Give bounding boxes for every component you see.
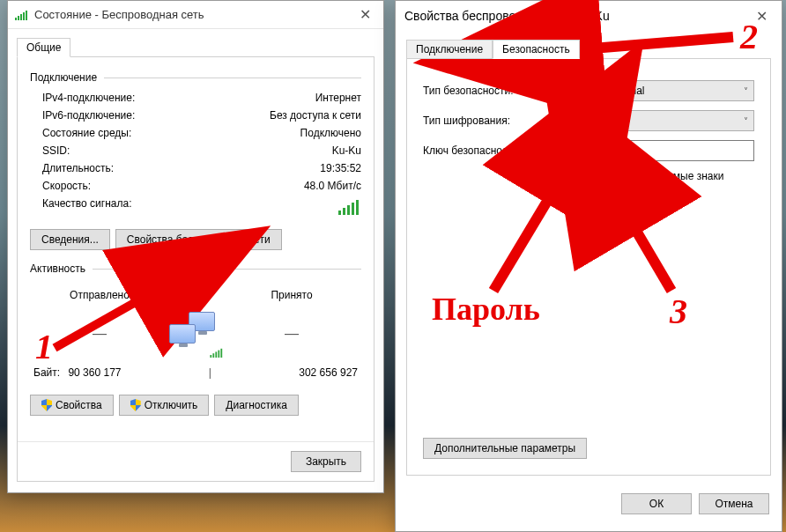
show-characters-row[interactable]: Отображать вводимые знаки bbox=[564, 170, 754, 182]
status-titlebar: Состояние - Беспроводная сеть ✕ bbox=[8, 1, 383, 29]
properties-window: Свойства беспроводной сети Ku-Ku ✕ Подкл… bbox=[395, 0, 782, 532]
show-characters-checkbox[interactable] bbox=[564, 170, 576, 182]
ipv4-value: Интернет bbox=[315, 92, 361, 104]
media-state-value: Подключено bbox=[300, 127, 361, 139]
network-activity-icon bbox=[169, 312, 222, 356]
ipv4-label: IPv4-подключение: bbox=[30, 92, 135, 104]
show-characters-label: Отображать вводимые знаки bbox=[582, 170, 723, 182]
bytes-sent-value: 90 360 177 bbox=[68, 366, 121, 379]
shield-icon bbox=[130, 399, 141, 411]
advanced-settings-button[interactable]: Дополнительные параметры bbox=[423, 438, 587, 459]
ipv6-label: IPv6-подключение: bbox=[30, 109, 135, 122]
properties-footer: ОК Отмена bbox=[396, 484, 782, 523]
close-icon[interactable]: ✕ bbox=[751, 6, 773, 26]
ipv6-value: Без доступа к сети bbox=[270, 109, 361, 122]
dash-recv: — bbox=[222, 326, 361, 342]
encryption-type-select[interactable]: AES ˅ bbox=[564, 110, 754, 131]
tab-general[interactable]: Общие bbox=[17, 38, 70, 57]
security-key-input[interactable]: 88881540 bbox=[564, 140, 754, 161]
security-key-value: 88881540 bbox=[570, 144, 617, 157]
connection-group-header: Подключение bbox=[30, 71, 361, 84]
signal-bars-icon bbox=[338, 197, 361, 215]
duration-label: Длительность: bbox=[30, 162, 114, 174]
ssid-label: SSID: bbox=[30, 144, 70, 157]
speed-value: 48.0 Мбит/с bbox=[304, 180, 361, 192]
properties-titlebar: Свойства беспроводной сети Ku-Ku ✕ bbox=[396, 1, 782, 31]
security-type-value: WPA2-Personal bbox=[570, 85, 644, 97]
status-tabs: Общие bbox=[17, 38, 374, 57]
bytes-label: Байт: bbox=[33, 366, 60, 379]
security-type-label: Тип безопасности: bbox=[423, 85, 564, 97]
security-tab-panel: Тип безопасности: WPA2-Personal ˅ Тип ши… bbox=[406, 58, 771, 476]
sent-label: Отправлено bbox=[30, 289, 169, 301]
signal-quality-value bbox=[338, 197, 361, 218]
security-key-label: Ключ безопасности сети bbox=[423, 144, 564, 157]
properties-window-title: Свойства беспроводной сети Ku-Ku bbox=[404, 9, 751, 23]
ssid-value: Ku-Ku bbox=[332, 144, 361, 157]
status-tab-panel: Подключение IPv4-подключение:Интернет IP… bbox=[17, 56, 374, 482]
signal-quality-label: Качество сигнала: bbox=[30, 197, 131, 218]
close-icon[interactable]: ✕ bbox=[354, 4, 376, 25]
properties-button-label: Свойства bbox=[56, 399, 102, 411]
duration-value: 19:35:52 bbox=[320, 162, 361, 174]
properties-button[interactable]: Свойства bbox=[30, 395, 114, 416]
tab-security[interactable]: Безопасность bbox=[493, 40, 580, 59]
chevron-down-icon: ˅ bbox=[744, 116, 748, 126]
encryption-type-value: AES bbox=[570, 115, 591, 127]
ok-button[interactable]: ОК bbox=[621, 493, 692, 514]
status-window-title: Состояние - Беспроводная сеть bbox=[34, 8, 354, 21]
status-window: Состояние - Беспроводная сеть ✕ Общие По… bbox=[7, 0, 384, 493]
cancel-button[interactable]: Отмена bbox=[699, 493, 769, 514]
speed-label: Скорость: bbox=[30, 180, 91, 192]
chevron-down-icon: ˅ bbox=[744, 86, 748, 96]
details-button[interactable]: Сведения... bbox=[30, 229, 110, 250]
activity-group-label: Активность bbox=[30, 262, 85, 275]
disable-button[interactable]: Отключить bbox=[119, 395, 210, 416]
tab-connection[interactable]: Подключение bbox=[406, 40, 493, 59]
activity-group-header: Активность bbox=[30, 262, 361, 275]
security-type-select[interactable]: WPA2-Personal ˅ bbox=[564, 80, 754, 101]
dash-sent: — bbox=[30, 326, 169, 342]
properties-tabs: Подключение Безопасность bbox=[396, 31, 782, 59]
connection-group-label: Подключение bbox=[30, 71, 97, 84]
activity-signal-icon bbox=[210, 347, 224, 358]
disable-button-label: Отключить bbox=[145, 399, 198, 411]
signal-icon bbox=[15, 10, 27, 20]
wireless-properties-button[interactable]: Свойства беспроводной сети bbox=[115, 229, 282, 250]
encryption-type-label: Тип шифрования: bbox=[423, 115, 564, 127]
diagnostics-button[interactable]: Диагностика bbox=[214, 395, 299, 416]
shield-icon bbox=[41, 399, 52, 411]
received-label: Принято bbox=[222, 289, 361, 301]
media-state-label: Состояние среды: bbox=[30, 127, 131, 139]
close-button[interactable]: Закрыть bbox=[291, 451, 361, 472]
bytes-received-value: 302 656 927 bbox=[299, 366, 358, 379]
